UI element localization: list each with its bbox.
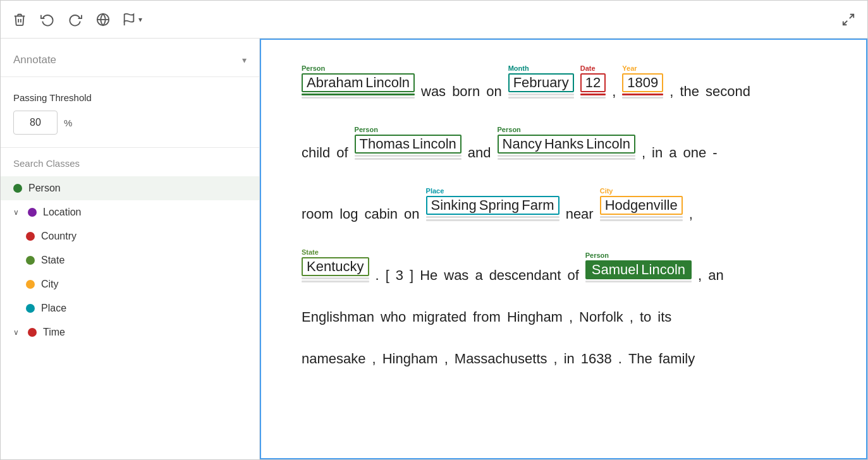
text-line-4: State Kentucky . [ 3 ] He was a descenda… — [299, 249, 805, 282]
word-room: room — [302, 207, 333, 221]
word-comma-4: , — [689, 207, 693, 221]
word-from: from — [473, 310, 501, 324]
class-item-country[interactable]: Country — [1, 224, 259, 248]
word-comma-10: , — [554, 352, 558, 366]
word-cabin: cabin — [364, 207, 398, 221]
word-its: its — [657, 310, 671, 324]
thomas-underline-sub — [355, 158, 462, 160]
city-underline-sub — [600, 219, 683, 221]
word-3: 3 — [396, 269, 403, 282]
entity-nancy-hanks-lincoln[interactable]: Person Nancy Hanks Lincoln — [498, 126, 635, 160]
word-comma-6: , — [569, 310, 573, 324]
person-box-3: Nancy Hanks Lincoln — [498, 135, 635, 154]
place-indent: Place — [26, 303, 66, 314]
word-hingham-2: Hingham — [382, 352, 438, 366]
word-migrated: migrated — [412, 310, 467, 324]
text-line-3: room log cabin on Place Sinking Spring F… — [299, 188, 805, 221]
entity-12[interactable]: Date 12 — [580, 65, 606, 99]
word-an: an — [708, 269, 723, 282]
word-family: family — [659, 352, 695, 366]
word-norfolk: Norfolk — [579, 310, 623, 324]
flag-chevron: ▾ — [138, 15, 142, 24]
entity-sinking-spring-farm[interactable]: Place Sinking Spring Farm — [426, 188, 559, 221]
text-panel: Person Abraham Lincoln was born on Month — [260, 39, 867, 459]
word-namesake: namesake — [302, 352, 366, 366]
word-on: on — [486, 85, 501, 99]
word-1809: 1809 — [627, 75, 658, 90]
year-label: Year — [622, 65, 637, 72]
class-label-country: Country — [41, 231, 76, 242]
class-item-place[interactable]: Place — [1, 296, 259, 320]
class-label-city: City — [41, 279, 59, 290]
word-comma-7: , — [630, 310, 633, 324]
class-label-state: State — [41, 255, 64, 266]
class-item-city[interactable]: City — [1, 272, 259, 296]
word-february: February — [513, 75, 569, 90]
person-underline-1 — [302, 94, 415, 95]
word-thomas: Thomas — [360, 137, 410, 151]
samuel-underline — [585, 281, 692, 282]
entity-abraham-lincoln[interactable]: Person Abraham Lincoln — [302, 65, 415, 99]
place-dot — [26, 304, 35, 313]
word-he: He — [420, 269, 437, 282]
globe-button[interactable] — [94, 11, 112, 28]
class-item-time[interactable]: ∨ Time — [1, 320, 259, 344]
entity-february[interactable]: Month February — [508, 65, 574, 99]
person-label-1: Person — [302, 65, 325, 72]
word-comma-1: , — [612, 85, 616, 99]
person-box-1: Abraham Lincoln — [302, 73, 415, 92]
app-container: ▾ Annotate ▾ Passing Threshold — [0, 0, 868, 460]
word-period-2: . — [618, 352, 622, 366]
state-dot — [26, 256, 35, 265]
toolbar-left: ▾ — [11, 11, 142, 28]
delete-button[interactable] — [11, 11, 28, 28]
place-box: Sinking Spring Farm — [426, 196, 559, 215]
redo-button[interactable] — [66, 11, 84, 28]
word-descendant: descendant — [489, 269, 561, 282]
word-hanks: Hanks — [544, 137, 584, 151]
entity-thomas-lincoln[interactable]: Person Thomas Lincoln — [355, 126, 462, 160]
word-near: near — [566, 207, 594, 221]
word-and: and — [468, 146, 491, 160]
svg-line-4 — [843, 20, 847, 24]
word-period: . — [376, 269, 379, 282]
undo-button[interactable] — [39, 11, 56, 28]
date-underline-sub — [580, 97, 606, 99]
date-underline — [580, 94, 606, 95]
time-chevron-icon: ∨ — [13, 328, 19, 337]
class-list: Person ∨ Location Country — [1, 176, 259, 344]
word-1638: 1638 — [581, 352, 612, 366]
person-label-4: Person — [585, 252, 609, 259]
state-box: Kentucky — [302, 257, 369, 276]
entity-kentucky[interactable]: State Kentucky — [302, 249, 369, 282]
annotate-header[interactable]: Annotate ▾ — [1, 49, 259, 77]
word-hodgenville: Hodgenville — [605, 197, 678, 213]
word-who: who — [381, 310, 406, 324]
entity-hodgenville[interactable]: City Hodgenville — [600, 188, 683, 221]
word-lincoln-2: Lincoln — [412, 137, 456, 151]
class-item-location[interactable]: ∨ Location — [1, 200, 259, 224]
text-line-2: child of Person Thomas Lincoln and — [299, 126, 805, 160]
threshold-pct: % — [64, 118, 72, 128]
word-of-2: of — [567, 269, 578, 282]
nancy-underline-sub — [498, 158, 635, 160]
class-item-state[interactable]: State — [1, 248, 259, 272]
class-item-person[interactable]: Person — [1, 176, 259, 200]
time-dot — [28, 328, 37, 337]
expand-button[interactable] — [840, 11, 857, 28]
class-label-person: Person — [28, 183, 61, 194]
word-was-2: was — [444, 269, 468, 282]
city-underline — [600, 216, 683, 218]
word-lincoln-3: Lincoln — [586, 137, 630, 151]
flag-button[interactable]: ▾ — [122, 13, 142, 27]
date-label: Date — [580, 65, 596, 72]
entity-samuel-lincoln[interactable]: Person Samuel Lincoln — [585, 252, 692, 282]
threshold-input[interactable] — [13, 111, 58, 135]
word-a: a — [669, 146, 676, 160]
city-label: City — [600, 188, 613, 195]
entity-1809[interactable]: Year 1809 — [622, 65, 663, 99]
year-underline-sub — [622, 97, 663, 99]
kentucky-underline-sub — [302, 281, 369, 282]
state-indent: State — [26, 255, 64, 266]
word-sinking: Sinking — [431, 198, 477, 212]
